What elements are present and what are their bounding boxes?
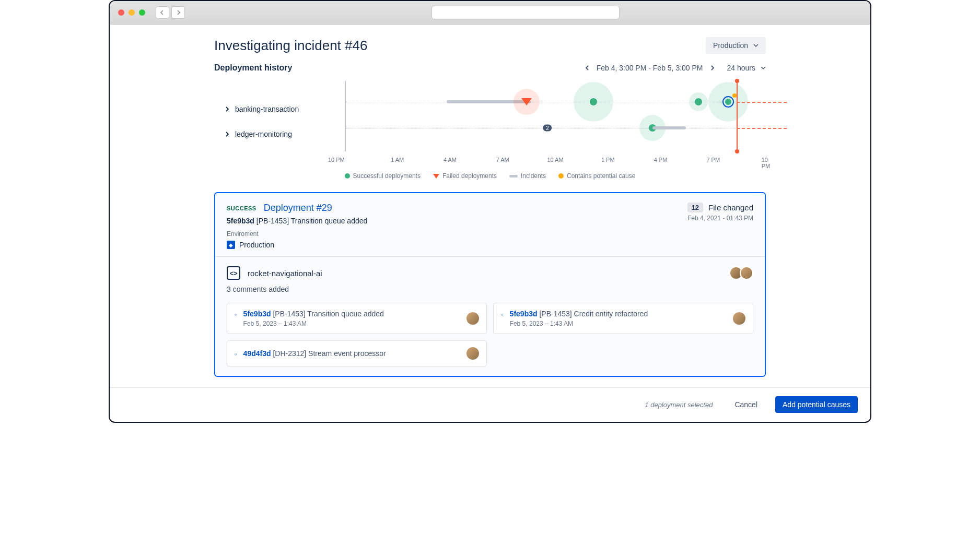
contributor-avatars[interactable] — [729, 266, 753, 280]
legend-item-incidents: Incidents — [509, 172, 546, 180]
bitbucket-icon: ◆ — [227, 241, 235, 249]
back-button[interactable] — [156, 6, 169, 19]
failed-deployment-icon[interactable] — [521, 98, 532, 105]
x-tick: 10 PM — [762, 157, 771, 169]
deployment-card-header: SUCCESS Deployment #29 5fe9b3d [PB-1453]… — [215, 193, 765, 257]
timeline-row-label: ledger-monitoring — [235, 130, 292, 138]
period-dropdown[interactable]: 24 hours — [727, 64, 766, 72]
commit-message: [PB-1453] Transition queue added — [256, 217, 368, 225]
address-bar-container — [189, 6, 862, 19]
add-potential-causes-button[interactable]: Add potential causes — [775, 396, 858, 413]
files-changed-count: 12 — [687, 203, 703, 212]
incident-bar — [652, 126, 686, 129]
selected-deployment-icon[interactable] — [722, 96, 734, 108]
deployment-title[interactable]: Deployment #29 — [264, 203, 332, 214]
deployment-card: SUCCESS Deployment #29 5fe9b3d [PB-1453]… — [214, 192, 766, 377]
date-next-button[interactable] — [709, 64, 715, 72]
address-bar[interactable] — [431, 6, 620, 19]
commit-card[interactable]: ◦ 5fe9b3d [PB-1453] Credit entity refact… — [493, 303, 753, 334]
forward-button[interactable] — [171, 6, 185, 19]
failed-triangle-icon — [433, 174, 439, 179]
x-tick: 1 AM — [391, 157, 404, 163]
chevron-right-icon — [225, 106, 230, 112]
cause-dot-icon — [558, 173, 564, 179]
status-badge: SUCCESS — [227, 205, 256, 211]
chevron-down-icon — [761, 65, 766, 70]
commit-message: [PB-1453] Transition queue added — [273, 310, 384, 318]
commit-date: Feb 5, 2023 – 1:43 AM — [243, 320, 384, 327]
environment-label: Enviroment — [227, 230, 753, 238]
chevron-right-icon — [225, 132, 230, 137]
success-dot-icon — [345, 173, 350, 179]
timeline-row-toggle[interactable]: banking-transaction — [214, 97, 345, 122]
environment-value: ◆ Production — [227, 241, 753, 249]
legend-item-cause: Contains potential cause — [558, 172, 635, 180]
successful-deployment-icon[interactable] — [695, 98, 702, 105]
timeline-canvas: 2 — [345, 81, 766, 151]
timeline-row-label: banking-transaction — [235, 105, 299, 113]
commit-icon: ◦ — [501, 311, 504, 318]
environment-dropdown-label: Production — [713, 41, 748, 50]
maximize-window-icon[interactable] — [139, 9, 145, 16]
environment-dropdown[interactable]: Production — [706, 37, 766, 54]
timeline-row-toggle[interactable]: ledger-monitoring — [214, 122, 345, 147]
timeline-legend: Successful deployments Failed deployment… — [214, 172, 766, 180]
footer-bar: 1 deployment selected Cancel Add potenti… — [110, 387, 870, 421]
cluster-count-badge[interactable]: 2 — [543, 125, 552, 132]
repo-row: <> rocket-navigational-ai — [227, 266, 753, 280]
x-tick: 7 PM — [706, 157, 720, 163]
date-range-label: Feb 4, 3:00 PM - Feb 5, 3:00 PM — [597, 64, 703, 72]
incident-bar-icon — [509, 175, 518, 177]
app-window: Investigating incident #46 Production De… — [109, 0, 871, 423]
code-icon: <> — [227, 266, 240, 280]
x-tick: 1 PM — [601, 157, 615, 163]
date-controls: Feb 4, 3:00 PM - Feb 5, 3:00 PM 24 hours — [585, 64, 766, 72]
period-label: 24 hours — [727, 64, 755, 72]
avatar — [733, 312, 745, 325]
titlebar — [110, 1, 870, 25]
x-tick: 7 AM — [496, 157, 509, 163]
date-range-nav: Feb 4, 3:00 PM - Feb 5, 3:00 PM — [585, 64, 715, 72]
incident-time-marker — [737, 81, 738, 151]
successful-deployment-icon[interactable] — [590, 98, 597, 105]
deployment-card-body: <> rocket-navigational-ai 3 comments add… — [215, 257, 765, 376]
commit-grid: ◦ 5fe9b3d [PB-1453] Transition queue add… — [227, 303, 753, 366]
incident-extension-line — [737, 128, 787, 129]
x-tick: 10 PM — [328, 157, 345, 163]
avatar — [740, 266, 753, 280]
cancel-button[interactable]: Cancel — [727, 396, 765, 413]
traffic-lights — [118, 9, 145, 16]
date-prev-button[interactable] — [585, 64, 590, 72]
commit-hash: 5fe9b3d — [510, 310, 538, 318]
avatar — [466, 312, 479, 325]
files-changed[interactable]: 12 File changed — [687, 203, 753, 212]
nav-buttons — [156, 6, 185, 19]
close-window-icon[interactable] — [118, 9, 124, 16]
potential-cause-icon — [732, 93, 737, 98]
commit-hash: 49d4f3d — [243, 349, 271, 358]
timeline-x-axis: 10 PM 1 AM 4 AM 7 AM 10 AM 1 PM 4 PM 7 P… — [345, 157, 766, 167]
legend-item-success: Successful deployments — [345, 172, 421, 180]
minimize-window-icon[interactable] — [129, 9, 135, 16]
timeline-chart: banking-transaction ledger-monitoring — [214, 81, 766, 151]
page-title: Investigating incident #46 — [214, 38, 367, 54]
incident-extension-line — [737, 102, 787, 103]
subheader-row: Deployment history Feb 4, 3:00 PM - Feb … — [214, 63, 766, 73]
commit-hash: 5fe9b3d — [227, 217, 254, 225]
deployment-commit-line: 5fe9b3d [PB-1453] Transition queue added — [227, 217, 367, 225]
x-tick: 10 AM — [547, 157, 563, 163]
repo-name[interactable]: rocket-navigational-ai — [248, 269, 322, 278]
header-row: Investigating incident #46 Production — [214, 37, 766, 54]
x-tick: 4 PM — [654, 157, 668, 163]
files-changed-label: File changed — [708, 203, 753, 212]
section-title: Deployment history — [214, 63, 292, 73]
chevron-down-icon — [753, 43, 759, 48]
commit-icon: ◦ — [235, 311, 237, 318]
comments-count: 3 comments added — [227, 285, 753, 293]
avatar — [466, 347, 479, 360]
commit-card[interactable]: ◦ 5fe9b3d [PB-1453] Transition queue add… — [227, 303, 487, 334]
timeline-row-labels: banking-transaction ledger-monitoring — [214, 81, 345, 151]
deployment-timestamp: Feb 4, 2021 - 01:43 PM — [687, 215, 753, 222]
commit-date: Feb 5, 2023 – 1:43 AM — [510, 320, 648, 327]
commit-card[interactable]: ◦ 49d4f3d [DH-2312] Stream event process… — [227, 340, 487, 366]
